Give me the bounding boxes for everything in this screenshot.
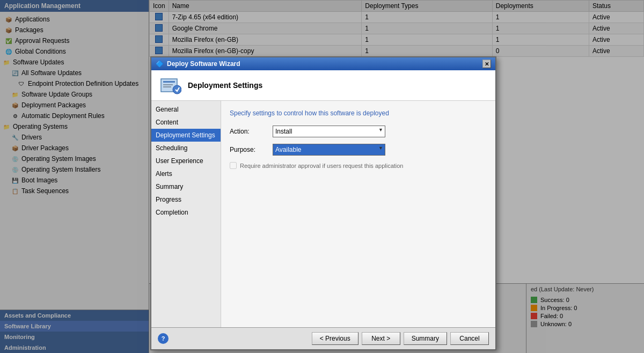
- wizard-icon: 🔷: [156, 60, 164, 68]
- dialog-header: Deployment Settings: [151, 70, 495, 101]
- purpose-select-wrapper: Available Required: [273, 144, 385, 156]
- approval-checkbox-row: Require administrator approval if users …: [230, 162, 487, 169]
- nav-summary[interactable]: Summary: [151, 180, 221, 193]
- footer-buttons: < Previous Next > Summary Cancel: [312, 332, 489, 345]
- dialog-header-icon: [160, 75, 181, 96]
- dialog-title: Deploy Software Wizard: [167, 60, 240, 68]
- svg-rect-3: [163, 86, 171, 87]
- dialog-subtitle: Specify settings to control how this sof…: [230, 109, 487, 117]
- dialog-body: General Content Deployment Settings Sche…: [151, 101, 495, 327]
- purpose-label: Purpose:: [230, 146, 273, 153]
- action-row: Action: Install Uninstall: [230, 126, 487, 137]
- help-button[interactable]: ?: [158, 333, 169, 344]
- dialog-nav: General Content Deployment Settings Sche…: [151, 101, 221, 327]
- cancel-button[interactable]: Cancel: [450, 332, 489, 345]
- purpose-row: Purpose: Available Required: [230, 144, 487, 156]
- nav-content[interactable]: Content: [151, 116, 221, 129]
- dialog-close-button[interactable]: ✕: [482, 60, 491, 68]
- approval-label: Require administrator approval if users …: [240, 163, 404, 169]
- svg-rect-1: [163, 81, 175, 83]
- nav-user-experience[interactable]: User Experience: [151, 155, 221, 167]
- next-button[interactable]: Next >: [362, 332, 400, 345]
- action-select-wrapper: Install Uninstall: [273, 126, 385, 137]
- nav-deployment-settings[interactable]: Deployment Settings: [151, 129, 221, 142]
- svg-point-4: [173, 85, 181, 94]
- nav-general[interactable]: General: [151, 103, 221, 116]
- purpose-select[interactable]: Available Required: [273, 144, 385, 156]
- nav-scheduling[interactable]: Scheduling: [151, 142, 221, 155]
- dialog-titlebar: 🔷 Deploy Software Wizard ✕: [151, 57, 495, 70]
- dialog-header-title: Deployment Settings: [188, 81, 262, 90]
- approval-checkbox[interactable]: [230, 162, 237, 169]
- svg-rect-2: [163, 84, 173, 85]
- action-select[interactable]: Install Uninstall: [273, 126, 385, 137]
- nav-progress[interactable]: Progress: [151, 193, 221, 206]
- nav-alerts[interactable]: Alerts: [151, 167, 221, 180]
- dialog-title-left: 🔷 Deploy Software Wizard: [156, 60, 240, 68]
- action-label: Action:: [230, 128, 273, 135]
- summary-button[interactable]: Summary: [404, 332, 447, 345]
- nav-completion[interactable]: Completion: [151, 206, 221, 219]
- deployment-settings-icon: [160, 75, 181, 96]
- dialog-footer: ? < Previous Next > Summary Cancel: [151, 327, 495, 349]
- previous-button[interactable]: < Previous: [312, 332, 358, 345]
- deploy-wizard-dialog: 🔷 Deploy Software Wizard ✕ Deployment Se…: [150, 56, 496, 350]
- dialog-form-content: Specify settings to control how this sof…: [221, 101, 495, 327]
